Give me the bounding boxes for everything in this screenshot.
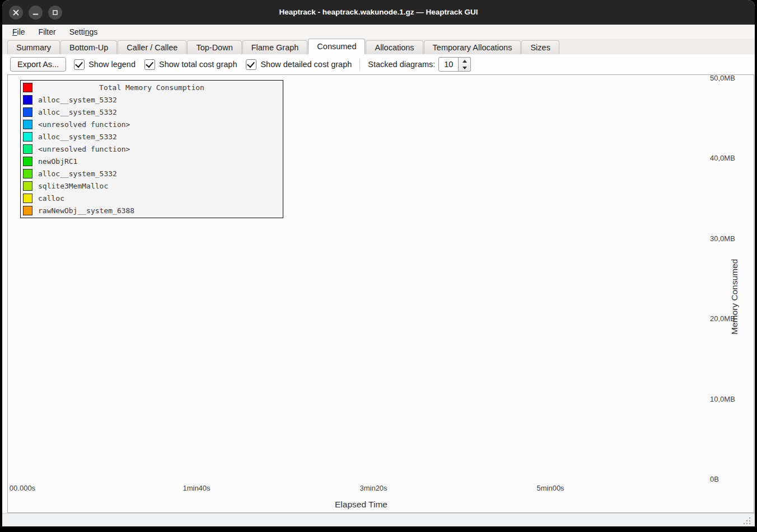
legend-label: calloc: [38, 194, 64, 203]
tab-allocations[interactable]: Allocations: [366, 40, 423, 54]
tab-consumed[interactable]: Consumed: [308, 39, 365, 54]
legend-item: alloc__system_5332: [21, 95, 283, 106]
x-axis-tick-label: 3min20s: [348, 484, 399, 493]
x-axis-tick-label: 1min40s: [171, 484, 222, 493]
legend-title-row: Total Memory Consumption: [21, 82, 283, 93]
legend-item: sqlite3MemMalloc: [21, 180, 283, 191]
checkbox-icon: [74, 59, 85, 70]
legend-label: <unresolved function>: [38, 145, 130, 153]
legend-label: alloc__system_5332: [38, 108, 117, 116]
window-title: Heaptrack - heaptrack.wakunode.1.gz — He…: [2, 0, 755, 25]
export-as-button[interactable]: Export As...: [10, 57, 66, 72]
legend-item: alloc__system_5332: [21, 131, 283, 143]
stacked-diagrams-spinbox[interactable]: 10: [438, 57, 471, 72]
legend-swatch: [23, 157, 32, 166]
stacked-diagrams-label: Stacked diagrams:: [368, 60, 435, 69]
legend-label: <unresolved function>: [38, 120, 130, 129]
checkbox-show-legend[interactable]: Show legend: [74, 59, 135, 70]
legend-item: alloc__system_5332: [21, 168, 283, 179]
legend-swatch: [23, 169, 32, 178]
legend-item: rawNewObj__system_6388: [21, 205, 283, 216]
legend-title: Total Memory Consumption: [21, 83, 283, 92]
menu-item-filter[interactable]: Filter: [32, 26, 63, 37]
legend-swatch: [23, 144, 32, 154]
stacked-diagrams-group: Stacked diagrams: 10: [368, 57, 471, 72]
tab-temporary-allocations[interactable]: Temporary Allocations: [424, 40, 521, 54]
checkbox-show-detailed-cost-graph[interactable]: Show detailed cost graph: [246, 59, 352, 70]
legend-label: alloc__system_5332: [38, 170, 117, 178]
legend-item: newObjRC1: [21, 156, 283, 167]
menu-item-settings[interactable]: Settings: [63, 26, 105, 37]
legend-swatch: [23, 194, 32, 203]
legend-label: alloc__system_5332: [38, 96, 117, 104]
tab-top-down[interactable]: Top-Down: [187, 40, 241, 54]
x-axis-tick-label: 5min00s: [525, 484, 576, 493]
y-axis-title: Memory Consumed: [730, 234, 741, 335]
legend-item: <unresolved function>: [21, 119, 283, 130]
stacked-diagrams-value[interactable]: 10: [438, 57, 459, 72]
legend-item: calloc: [21, 192, 283, 204]
checkbox-label: Show legend: [88, 60, 135, 69]
resize-grip[interactable]: [742, 516, 751, 525]
y-axis-tick-label: 50,0MB: [710, 74, 749, 83]
chart-legend: Total Memory Consumptionalloc__system_53…: [20, 80, 283, 218]
menubar: FileFilterSettings: [2, 25, 755, 39]
spinner-buttons: [459, 57, 471, 72]
toolbar: Export As... Show legendShow total cost …: [2, 54, 755, 74]
y-axis-tick-label: 0B: [710, 475, 749, 484]
statusbar: [2, 513, 755, 526]
legend-label: rawNewObj__system_6388: [38, 206, 134, 215]
menu-item-file[interactable]: File: [6, 26, 32, 37]
legend-swatch: [23, 107, 32, 117]
checkbox-icon: [144, 59, 155, 70]
chevron-down-icon: [462, 67, 467, 69]
checkbox-group: Show legendShow total cost graphShow det…: [74, 59, 352, 70]
titlebar[interactable]: Heaptrack - heaptrack.wakunode.1.gz — He…: [2, 0, 755, 25]
tab-caller-callee[interactable]: Caller / Callee: [118, 40, 186, 54]
legend-swatch: [23, 95, 32, 105]
legend-swatch: [23, 132, 32, 142]
screen: Heaptrack - heaptrack.wakunode.1.gz — He…: [0, 0, 757, 532]
checkbox-show-total-cost-graph[interactable]: Show total cost graph: [144, 59, 237, 70]
legend-swatch: [23, 206, 32, 215]
legend-swatch: [23, 181, 32, 191]
y-axis-tick-label: 10,0MB: [710, 395, 749, 404]
legend-label: alloc__system_5332: [38, 133, 117, 141]
x-axis-tick-label: 00.000s: [0, 484, 48, 493]
tabbar: SummaryBottom-UpCaller / CalleeTop-DownF…: [2, 39, 755, 54]
checkbox-label: Show detailed cost graph: [260, 60, 352, 69]
legend-label: sqlite3MemMalloc: [38, 182, 108, 190]
chevron-up-icon: [462, 60, 467, 63]
toolbar-separator: [359, 59, 360, 70]
checkbox-label: Show total cost graph: [159, 60, 237, 69]
legend-label: newObjRC1: [38, 157, 77, 166]
legend-swatch: [23, 120, 32, 129]
checkbox-icon: [246, 59, 256, 70]
x-axis-title: Elapsed Time: [221, 500, 501, 510]
y-axis-tick-label: 40,0MB: [710, 154, 749, 163]
tab-sizes[interactable]: Sizes: [521, 40, 559, 54]
spin-down-button[interactable]: [459, 64, 470, 71]
legend-item: <unresolved function>: [21, 143, 283, 154]
tab-flame-graph[interactable]: Flame Graph: [242, 40, 308, 54]
spin-up-button[interactable]: [459, 58, 470, 64]
legend-item: alloc__system_5332: [21, 107, 283, 118]
tab-summary[interactable]: Summary: [7, 40, 60, 54]
tab-bottom-up[interactable]: Bottom-Up: [60, 40, 117, 54]
